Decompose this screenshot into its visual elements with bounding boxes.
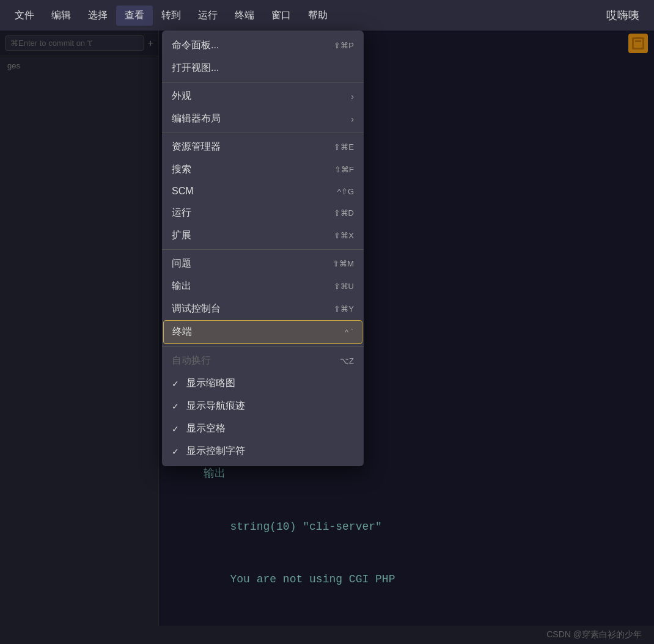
word-wrap-label: 自动换行 <box>172 354 211 367</box>
extensions-shortcut: ⇧⌘X <box>334 231 354 240</box>
show-breadcrumb-label: 显示导航痕迹 <box>186 400 245 412</box>
menu-item-debug-console[interactable]: 调试控制台 ⇧⌘Y <box>162 298 364 320</box>
run-view-shortcut: ⇧⌘D <box>334 208 354 218</box>
show-control-checkmark: ✓ <box>172 447 179 456</box>
separator-2 <box>162 133 364 133</box>
editor-layout-arrow-icon: › <box>351 114 354 124</box>
menu-item-explorer[interactable]: 资源管理器 ⇧⌘E <box>162 136 364 158</box>
explorer-label: 资源管理器 <box>172 141 221 153</box>
search-shortcut: ⇧⌘F <box>334 165 354 174</box>
separator-3 <box>162 249 364 250</box>
show-minimap-label: 显示缩略图 <box>186 377 235 390</box>
menu-item-appearance[interactable]: 外观 › <box>162 85 364 108</box>
menu-item-command-palette[interactable]: 命令面板... ⇧⌘P <box>162 34 364 57</box>
problems-shortcut: ⇧⌘M <box>333 259 354 268</box>
menu-item-show-spaces[interactable]: ✓ 显示空格 <box>162 417 364 440</box>
output-label: 输出 <box>172 280 191 293</box>
separator-4 <box>162 346 364 347</box>
menu-item-show-minimap[interactable]: ✓ 显示缩略图 <box>162 372 364 395</box>
menu-window[interactable]: 窗口 <box>263 5 299 26</box>
open-view-label: 打开视图... <box>172 62 219 75</box>
menu-edit[interactable]: 编辑 <box>43 5 79 26</box>
show-control-label: 显示控制字符 <box>186 445 245 458</box>
menu-item-run-view[interactable]: 运行 ⇧⌘D <box>162 202 364 224</box>
menu-item-show-control[interactable]: ✓ 显示控制字符 <box>162 440 364 463</box>
menu-help[interactable]: 帮助 <box>299 5 336 26</box>
terminal-label: 终端 <box>172 326 192 338</box>
menu-item-problems[interactable]: 问题 ⇧⌘M <box>162 252 364 275</box>
menu-view[interactable]: 查看 <box>116 5 153 26</box>
command-palette-label: 命令面板... <box>172 39 219 52</box>
scm-shortcut: ^⇧G <box>337 187 354 196</box>
show-spaces-checkmark: ✓ <box>172 424 179 434</box>
appearance-arrow-icon: › <box>351 92 354 101</box>
debug-console-label: 调试控制台 <box>172 302 221 315</box>
separator-1 <box>162 82 364 82</box>
appearance-label: 外观 <box>172 90 191 103</box>
explorer-shortcut: ⇧⌘E <box>334 142 354 152</box>
show-breadcrumb-checkmark: ✓ <box>172 401 179 411</box>
menu-item-word-wrap: 自动换行 ⌥Z <box>162 349 364 372</box>
command-palette-shortcut: ⇧⌘P <box>334 41 354 50</box>
scm-label: SCM <box>172 186 194 197</box>
menu-terminal[interactable]: 终端 <box>226 5 263 26</box>
menu-item-show-breadcrumb[interactable]: ✓ 显示导航痕迹 <box>162 395 364 417</box>
run-view-label: 运行 <box>172 207 191 219</box>
menubar-right-label: 哎嗨咦 <box>598 4 648 26</box>
show-spaces-label: 显示空格 <box>186 422 226 435</box>
word-wrap-shortcut: ⌥Z <box>340 356 354 365</box>
output-shortcut: ⇧⌘U <box>334 282 354 291</box>
menu-select[interactable]: 选择 <box>79 5 116 26</box>
show-minimap-checkmark: ✓ <box>172 379 179 389</box>
editor-layout-label: 编辑器布局 <box>172 112 221 125</box>
menu-item-extensions[interactable]: 扩展 ⇧⌘X <box>162 224 364 247</box>
terminal-shortcut: ^ ` <box>345 327 353 337</box>
menu-item-output[interactable]: 输出 ⇧⌘U <box>162 275 364 298</box>
extensions-label: 扩展 <box>172 229 191 242</box>
menu-item-terminal[interactable]: 终端 ^ ` <box>163 320 362 344</box>
menu-item-open-view[interactable]: 打开视图... <box>162 57 364 79</box>
menubar: 文件 编辑 选择 查看 转到 运行 终端 窗口 帮助 哎嗨咦 <box>0 0 654 31</box>
view-dropdown-menu: 命令面板... ⇧⌘P 打开视图... 外观 › 编辑器布局 › 资源管理器 ⇧… <box>162 31 364 466</box>
debug-console-shortcut: ⇧⌘Y <box>334 304 354 313</box>
search-label: 搜索 <box>172 163 191 176</box>
menu-item-search[interactable]: 搜索 ⇧⌘F <box>162 158 364 181</box>
menu-item-scm[interactable]: SCM ^⇧G <box>162 181 364 202</box>
menu-item-editor-layout[interactable]: 编辑器布局 › <box>162 108 364 130</box>
problems-label: 问题 <box>172 257 191 270</box>
menu-goto[interactable]: 转到 <box>153 5 189 26</box>
menu-run[interactable]: 运行 <box>189 5 226 26</box>
menu-file[interactable]: 文件 <box>6 5 43 26</box>
